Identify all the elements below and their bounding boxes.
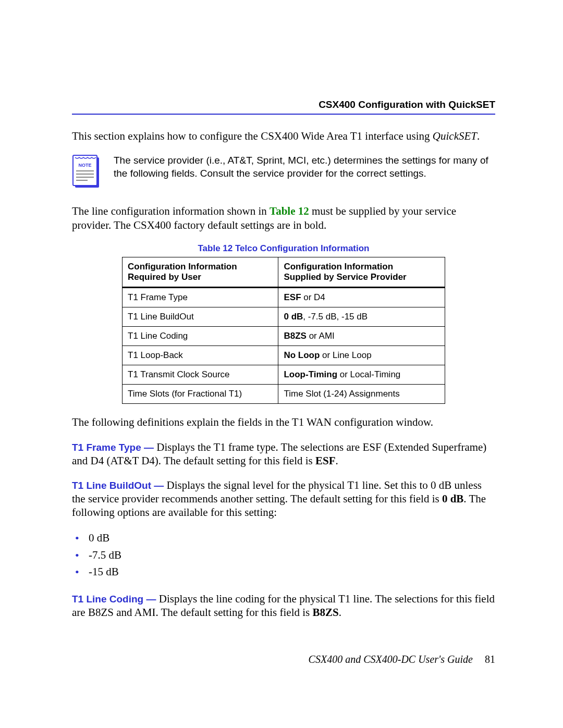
cell-right: Loop-Timing or Local-Timing <box>278 365 445 384</box>
note-label-text: NOTE <box>78 163 91 168</box>
cell-bold: B8ZS <box>284 331 306 341</box>
cell-rest: , -7.5 dB, -15 dB <box>303 312 368 322</box>
header-title: CSX400 Configuration with QuickSET <box>319 99 495 110</box>
list-item: -15 dB <box>75 563 495 581</box>
table-row: T1 Loop-Back No Loop or Line Loop <box>123 346 445 365</box>
cell-bold: ESF <box>284 292 301 302</box>
cell-left: T1 Frame Type <box>123 287 278 307</box>
table-caption: Table 12 Telco Configuration Information <box>72 243 495 254</box>
table-header-left: Configuration Information Required by Us… <box>123 257 278 287</box>
note-text: The service provider (i.e., AT&T, Sprint… <box>114 154 495 180</box>
table-row: T1 Transmit Clock Source Loop-Timing or … <box>123 365 445 384</box>
cell-rest: or D4 <box>301 292 325 302</box>
intro-paragraph: This section explains how to configure t… <box>72 129 495 143</box>
list-item: 0 dB <box>75 529 495 547</box>
def-term: T1 Line BuildOut — <box>72 480 164 491</box>
cell-right: 0 dB, -7.5 dB, -15 dB <box>278 307 445 326</box>
table-header-row: Configuration Information Required by Us… <box>123 257 445 287</box>
cell-rest: or Local-Timing <box>337 369 400 379</box>
def-frame-type: T1 Frame Type — Displays the T1 frame ty… <box>72 440 495 468</box>
def-line-coding: T1 Line Coding — Displays the line codin… <box>72 592 495 620</box>
page: CSX400 Configuration with QuickSET This … <box>0 0 563 728</box>
def-line-buildout: T1 Line BuildOut — Displays the signal l… <box>72 478 495 520</box>
cell-bold: Loop-Timing <box>284 369 337 379</box>
cell-right: B8ZS or AMI <box>278 326 445 346</box>
table-row: T1 Line BuildOut 0 dB, -7.5 dB, -15 dB <box>123 307 445 326</box>
intro-prefix: This section explains how to configure t… <box>72 130 433 142</box>
def-post: . <box>336 454 338 467</box>
def-bold: B8ZS <box>313 606 339 619</box>
th-left-line2: Required by User <box>128 272 201 282</box>
cell-left: T1 Transmit Clock Source <box>123 365 278 384</box>
telco-config-table: Configuration Information Required by Us… <box>122 257 445 404</box>
th-left-line1: Configuration Information <box>128 262 237 272</box>
cell-rest: or AMI <box>307 331 335 341</box>
buildout-options-list: 0 dB -7.5 dB -15 dB <box>72 529 495 581</box>
table-header-right: Configuration Information Supplied by Se… <box>278 257 445 287</box>
cell-left: T1 Line Coding <box>123 326 278 346</box>
line-config-pre: The line configuration information shown… <box>72 205 270 217</box>
th-right-line2: Supplied by Service Provider <box>284 272 406 282</box>
cell-rest: or Line Loop <box>320 350 371 360</box>
defs-intro: The following definitions explain the fi… <box>72 415 495 429</box>
cell-bold: No Loop <box>284 350 320 360</box>
def-post: . <box>339 606 341 619</box>
def-term: T1 Frame Type — <box>72 442 154 453</box>
cell-rest: Time Slot (1-24) Assignments <box>284 389 399 399</box>
cell-right: Time Slot (1-24) Assignments <box>278 384 445 403</box>
table-reference-link[interactable]: Table 12 <box>270 205 309 217</box>
table-row: T1 Frame Type ESF or D4 <box>123 287 445 307</box>
cell-left: T1 Loop-Back <box>123 346 278 365</box>
def-bold: 0 dB <box>442 492 463 505</box>
cell-right: ESF or D4 <box>278 287 445 307</box>
note-icon: NOTE <box>72 154 100 191</box>
table-row: Time Slots (for Fractional T1) Time Slot… <box>123 384 445 403</box>
table-row: T1 Line Coding B8ZS or AMI <box>123 326 445 346</box>
page-number: 81 <box>485 653 495 665</box>
note-block: NOTE The service provider (i.e., AT&T, S… <box>72 154 495 191</box>
list-item: -7.5 dB <box>75 547 495 564</box>
th-right-line1: Configuration Information <box>284 262 393 272</box>
cell-right: No Loop or Line Loop <box>278 346 445 365</box>
page-footer: CSX400 and CSX400-DC User's Guide 81 <box>309 653 495 665</box>
def-bold: ESF <box>315 454 336 467</box>
page-header: CSX400 Configuration with QuickSET <box>72 99 495 115</box>
intro-suffix: . <box>477 130 480 142</box>
intro-product-name: QuickSET <box>433 130 477 142</box>
def-term: T1 Line Coding — <box>72 594 156 604</box>
footer-title: CSX400 and CSX400-DC User's Guide <box>309 653 473 665</box>
line-config-paragraph: The line configuration information shown… <box>72 204 495 232</box>
cell-left: Time Slots (for Fractional T1) <box>123 384 278 403</box>
cell-left: T1 Line BuildOut <box>123 307 278 326</box>
cell-bold: 0 dB <box>284 312 303 322</box>
